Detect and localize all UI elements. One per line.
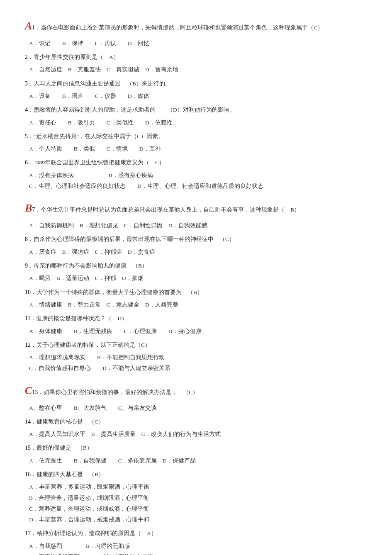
question-body: 母亲的哪种行为不会影响胎儿的健康 （B） <box>34 263 148 269</box>
question-body: "近水楼台先得月"，在人际交往中属于（C）因素。 <box>34 133 164 139</box>
options-row: A．提高人民知识水平 B．提高生活质量 C．改变人们的行为与生活方式 <box>29 429 367 439</box>
options-block: A．没有身体疾病 B．没有身心疾病C．生理、心理和社会适应的良好状态 D．生理、… <box>29 170 367 192</box>
question-C16: 16．健康的四大基石是 （B）A．丰富营养，多量运动，限烟限酒，心理平衡B．合理… <box>25 469 367 525</box>
option-line: A．自我惩罚 B．习得的无助感 <box>29 541 367 551</box>
question-text: 8．自杀作为心理障碍的最极端的后果，最常出现在以下哪一种的神经症中 （C） <box>25 234 367 244</box>
question-body: 关于心理健康者的特征，以下正确的是（C） <box>37 342 151 348</box>
question-body: 当你在电影面前上看到某演员的形象时，先得情那然，阿且粒球碰和也置领演过某个角色，… <box>41 24 323 31</box>
question-number: 15． <box>25 445 37 451</box>
question-A3: 3．人与人之间的信息沟通主要是通过 （B）来进行的。A．设备 B．语言 C．仪器… <box>25 78 367 102</box>
question-body: 个华生活计事件总是时总认为负面总差只会出现在某他人身上，自己则不会有事，这种现象… <box>41 207 300 213</box>
option-line: A．没有身体疾病 B．没有身心疾病 <box>29 170 367 180</box>
question-text: A1．当你在电影面前上看到某演员的形象时，先得情那然，阿且粒球碰和也置领演过某个… <box>25 17 367 36</box>
question-A1: A1．当你在电影面前上看到某演员的形象时，先得情那然，阿且粒球碰和也置领演过某个… <box>25 17 367 49</box>
question-number: 8． <box>25 236 34 242</box>
question-B10: 10．大学作为一个特殊的群体，衡量大学生心理健康的首要为 （B）A．情绪健康 B… <box>25 287 367 310</box>
question-text: 5．"近水楼台先得月"，在人际交往中属于（C）因素。 <box>25 131 367 141</box>
options-row: A．个人特质 B．类似 C．情境 D．互补 <box>29 144 367 154</box>
question-text: 2．青少年异性交往的原则是（ A） <box>25 52 367 62</box>
option-line: C．高度的成就需要 D．难以处理的独立状态 <box>29 552 367 555</box>
options-row: A．责任心 B．吸引力 C．类似性 D．依赖性 <box>29 118 367 128</box>
question-body: 健康教育的核心是 （C） <box>37 419 104 425</box>
question-B8: 8．自杀作为心理障碍的最极端的后果，最常出现在以下哪一种的神经症中 （C）A．厌… <box>25 234 367 257</box>
question-number: 1． <box>32 24 41 31</box>
option-line: C．生理、心理和社会适应的良好状态 D．生理、心理、社会适应和道德品质的良好状态 <box>29 181 367 191</box>
options-row: A．自然适度 B．克服羞怯 C．真实坦诚 D．留有余地 <box>29 65 367 75</box>
question-A6: 6．1989年联合国世界卫生组织曾把健康定义为（ C）A．没有身体疾病 B．没有… <box>25 157 367 191</box>
question-number: 11． <box>25 315 36 321</box>
question-number: 6． <box>25 159 34 166</box>
question-text: 9．母亲的哪种行为不会影响胎儿的健康 （B） <box>25 260 367 271</box>
question-number: 12． <box>25 342 37 348</box>
question-number: 10． <box>25 289 37 295</box>
question-text: 17．精神分析理论认为，造成抑郁的原因是（ A） <box>25 528 367 538</box>
question-number: 17． <box>25 530 37 536</box>
option-line: A．理想追求脱离现实 B．不能控制自我思想行动 <box>29 353 367 363</box>
question-text: 10．大学作为一个特殊的群体，衡量大学生心理健康的首要为 （B） <box>25 287 367 297</box>
option-line: C．营养适量，合理运动，戒烟戒酒，心理平衡 <box>29 504 367 514</box>
options-row: A．喝酒 B．适量运动 C．抑郁 D．抽烟 <box>29 273 367 283</box>
question-body: 最好的保健是 （B） <box>37 445 93 451</box>
option-line: A．丰富营养，多量运动，限烟限酒，心理平衡 <box>29 482 367 492</box>
section-label: A <box>25 20 32 32</box>
question-A2: 2．青少年异性交往的原则是（ A）A．自然适度 B．克服羞怯 C．真实坦诚 D．… <box>25 52 367 75</box>
question-text: B7．个华生活计事件总是时总认为负面总差只会出现在某他人身上，自己则不会有事，这… <box>25 199 367 218</box>
question-text: 3．人与人之间的信息沟通主要是通过 （B）来进行的。 <box>25 78 367 89</box>
options-row: A、憋在心里 B、大发脾气 C、与亲友交谈 <box>29 403 367 413</box>
question-body: 健康的四大基石是 （B） <box>37 471 104 477</box>
question-number: 7． <box>32 207 41 213</box>
question-number: 4． <box>25 107 34 113</box>
question-text: C13．如果你心里有害怕和烦恼的事，最好的解决办法是， （C） <box>25 381 367 401</box>
options-row: A．身体健康 B．生理无残疾 C．心理健康 D．身心健康 <box>29 326 367 336</box>
options-row: A．识记 B．保持 C．再认 D．回忆 <box>29 39 367 49</box>
question-text: 16．健康的四大基石是 （B） <box>25 469 367 480</box>
question-A5: 5．"近水楼台先得月"，在人际交往中属于（C）因素。A．个人特质 B．类似 C．… <box>25 131 367 154</box>
question-text: 6．1989年联合国世界卫生组织曾把健康定义为（ C） <box>25 157 367 168</box>
question-C17: 17．精神分析理论认为，造成抑郁的原因是（ A）A．自我惩罚 B．习得的无助感C… <box>25 528 367 555</box>
option-line: C．自我价值感和自尊心 D．不能与人建立亲密关系 <box>29 363 367 373</box>
question-body: 青少年异性交往的原则是（ A） <box>34 54 119 60</box>
question-body: 患敝薄的人容易得到别人的帮助，这是求助者的 （D）对利他行为的影响。 <box>34 107 235 113</box>
question-text: 12．关于心理健康者的特征，以下正确的是（C） <box>25 340 367 350</box>
question-number: 13． <box>32 389 44 395</box>
options-block: A．理想追求脱离现实 B．不能控制自我思想行动C．自我价值感和自尊心 D．不能与… <box>29 353 367 374</box>
options-block: A．丰富营养，多量运动，限烟限酒，心理平衡B．合理营养，适量运动，戒烟限酒，心理… <box>29 482 367 525</box>
options-row: A．设备 B．语言 C．仪器 D．媒体 <box>29 91 367 101</box>
question-B7: B7．个华生活计事件总是时总认为负面总差只会出现在某他人身上，自己则不会有事，这… <box>25 199 367 231</box>
question-text: 11．健康的概念是指哪种状态？（ D） <box>25 313 367 324</box>
question-number: 3． <box>25 80 34 87</box>
question-B12: 12．关于心理健康者的特征，以下正确的是（C）A．理想追求脱离现实 B．不能控制… <box>25 340 367 374</box>
section-label: B <box>25 202 32 214</box>
question-number: 9． <box>25 263 34 269</box>
question-number: 16． <box>25 471 37 477</box>
options-block: A．自我惩罚 B．习得的无助感C．高度的成就需要 D．难以处理的独立状态 <box>29 541 367 555</box>
app-container: A1．当你在电影面前上看到某演员的形象时，先得情那然，阿且粒球碰和也置领演过某个… <box>25 17 367 555</box>
question-A4: 4．患敝薄的人容易得到别人的帮助，这是求助者的 （D）对利他行为的影响。A．责任… <box>25 105 367 128</box>
question-body: 大学作为一个特殊的群体，衡量大学生心理健康的首要为 （B） <box>37 289 203 295</box>
options-row: A．自我防御机制 B．理想化偏见 C．自利性归因 D．自我效能感 <box>29 221 367 231</box>
question-number: 14． <box>25 419 37 425</box>
question-B9: 9．母亲的哪种行为不会影响胎儿的健康 （B）A．喝酒 B．适量运动 C．抑郁 D… <box>25 260 367 284</box>
option-line: D．丰富营养，合理运动，戒烟戒酒，心理平和 <box>29 515 367 525</box>
options-row: A．依靠医生 B．自我保健 C．多依靠亲属 D．保健产品 <box>29 456 367 466</box>
section-A: A1．当你在电影面前上看到某演员的形象时，先得情那然，阿且粒球碰和也置领演过某个… <box>25 17 367 191</box>
section-C: C13．如果你心里有害怕和烦恼的事，最好的解决办法是， （C）A、憋在心里 B、… <box>25 381 367 555</box>
question-C15: 15．最好的保健是 （B）A．依靠医生 B．自我保健 C．多依靠亲属 D．保健产… <box>25 443 367 466</box>
question-body: 如果你心里有害怕和烦恼的事，最好的解决办法是， （C） <box>44 389 198 395</box>
question-number: 5． <box>25 133 34 139</box>
question-body: 精神分析理论认为，造成抑郁的原因是（ A） <box>37 530 157 536</box>
question-body: 人与人之间的信息沟通主要是通过 （B）来进行的。 <box>34 80 171 87</box>
question-C14: 14．健康教育的核心是 （C）A．提高人民知识水平 B．提高生活质量 C．改变人… <box>25 416 367 440</box>
question-C13: C13．如果你心里有害怕和烦恼的事，最好的解决办法是， （C）A、憋在心里 B、… <box>25 381 367 413</box>
question-text: 14．健康教育的核心是 （C） <box>25 416 367 427</box>
options-row: A．厌食症 B．强迫症 C．抑郁症 D．贪食症 <box>29 247 367 257</box>
section-label: C <box>25 385 32 397</box>
section-B: B7．个华生活计事件总是时总认为负面总差只会出现在某他人身上，自己则不会有事，这… <box>25 199 367 373</box>
option-line: B．合理营养，适量运动，戒烟限酒，心理平衡 <box>29 493 367 503</box>
question-text: 4．患敝薄的人容易得到别人的帮助，这是求助者的 （D）对利他行为的影响。 <box>25 105 367 115</box>
question-body: 健康的概念是指哪种状态？（ D） <box>36 315 127 321</box>
question-body: 1989年联合国世界卫生组织曾把健康定义为（ C） <box>34 159 165 166</box>
options-row: A．情绪健康 B．智力正常 C．意志健全 D．人格完整 <box>29 300 367 310</box>
question-B11: 11．健康的概念是指哪种状态？（ D）A．身体健康 B．生理无残疾 C．心理健康… <box>25 313 367 336</box>
question-body: 自杀作为心理障碍的最极端的后果，最常出现在以下哪一种的神经症中 （C） <box>34 236 235 242</box>
